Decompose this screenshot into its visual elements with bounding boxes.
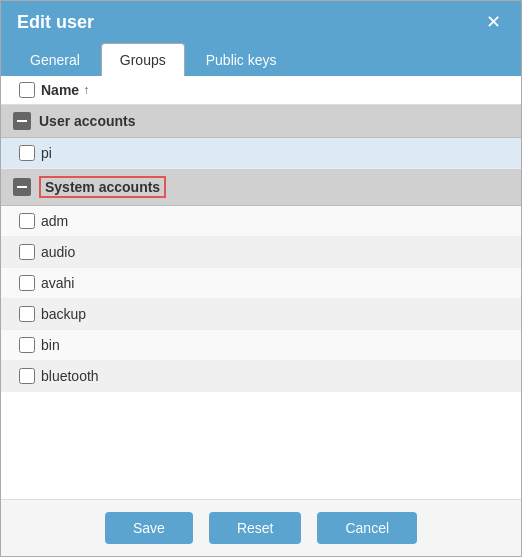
list-header: Name ↑	[1, 76, 521, 105]
tab-general[interactable]: General	[11, 43, 99, 76]
item-checkbox-avahi[interactable]	[19, 275, 35, 291]
item-checkbox-backup[interactable]	[19, 306, 35, 322]
dialog-header: Edit user ✕	[1, 1, 521, 43]
item-checkbox-cell[interactable]	[13, 244, 41, 260]
user-accounts-group-row[interactable]: User accounts	[1, 105, 521, 138]
item-checkbox-cell[interactable]	[13, 337, 41, 353]
item-checkbox-cell[interactable]	[13, 306, 41, 322]
collapse-system-icon	[13, 178, 31, 196]
item-checkbox-adm[interactable]	[19, 213, 35, 229]
name-column-header: Name ↑	[41, 82, 89, 98]
close-button[interactable]: ✕	[482, 11, 505, 33]
sort-icon[interactable]: ↑	[83, 83, 89, 97]
list-item: avahi	[1, 268, 521, 299]
item-label-adm: adm	[41, 213, 68, 229]
list-item: pi	[1, 138, 521, 169]
item-checkbox-cell[interactable]	[13, 275, 41, 291]
user-accounts-label: User accounts	[39, 113, 135, 129]
item-label-avahi: avahi	[41, 275, 74, 291]
groups-list-area: Name ↑ User accounts pi System accounts	[1, 76, 521, 499]
dialog-title: Edit user	[17, 12, 94, 33]
save-button[interactable]: Save	[105, 512, 193, 544]
select-all-checkbox[interactable]	[19, 82, 35, 98]
dialog-footer: Save Reset Cancel	[1, 499, 521, 556]
item-checkbox-cell[interactable]	[13, 368, 41, 384]
item-checkbox-bluetooth[interactable]	[19, 368, 35, 384]
item-checkbox-cell[interactable]	[13, 145, 41, 161]
cancel-button[interactable]: Cancel	[317, 512, 417, 544]
collapse-icon	[13, 112, 31, 130]
list-item: backup	[1, 299, 521, 330]
item-checkbox-cell[interactable]	[13, 213, 41, 229]
item-checkbox-bin[interactable]	[19, 337, 35, 353]
system-accounts-label: System accounts	[39, 176, 166, 198]
item-label-pi: pi	[41, 145, 52, 161]
item-label-backup: backup	[41, 306, 86, 322]
item-checkbox-audio[interactable]	[19, 244, 35, 260]
edit-user-dialog: Edit user ✕ General Groups Public keys N…	[0, 0, 522, 557]
item-checkbox-pi[interactable]	[19, 145, 35, 161]
item-label-audio: audio	[41, 244, 75, 260]
list-item: adm	[1, 206, 521, 237]
tab-bar: General Groups Public keys	[1, 43, 521, 76]
item-label-bluetooth: bluetooth	[41, 368, 99, 384]
list-item: audio	[1, 237, 521, 268]
tab-public-keys[interactable]: Public keys	[187, 43, 296, 76]
item-label-bin: bin	[41, 337, 60, 353]
tab-groups[interactable]: Groups	[101, 43, 185, 76]
list-item: bluetooth	[1, 361, 521, 392]
reset-button[interactable]: Reset	[209, 512, 302, 544]
list-item: bin	[1, 330, 521, 361]
system-accounts-group-row[interactable]: System accounts	[1, 169, 521, 206]
select-all-checkbox-cell[interactable]	[13, 82, 41, 98]
